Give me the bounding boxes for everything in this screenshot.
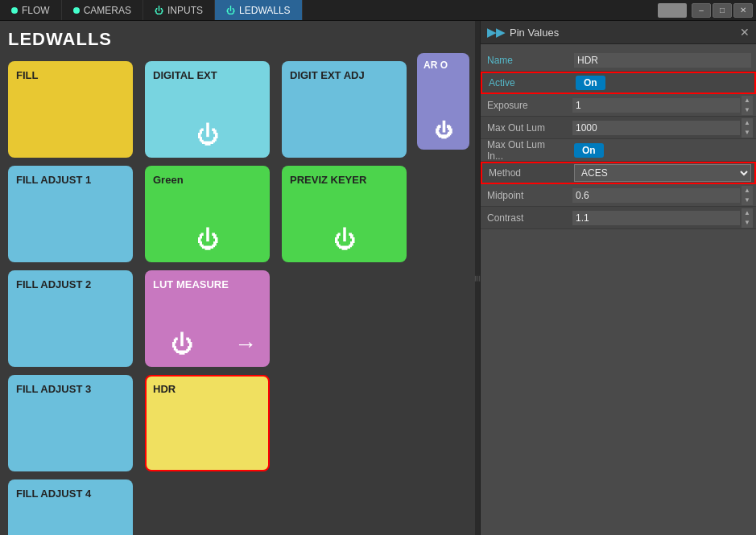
node-fill-label: FILL bbox=[16, 69, 125, 81]
close-button[interactable]: ✕ bbox=[733, 3, 753, 18]
pin-value-method: ACES Reinhard Filmic bbox=[571, 164, 754, 182]
pin-input-midpoint[interactable] bbox=[572, 188, 740, 203]
node-fill[interactable]: FILL bbox=[8, 61, 133, 158]
pin-value-max-out-lum-in: On bbox=[569, 143, 756, 158]
maximize-button[interactable]: □ bbox=[713, 3, 732, 18]
midpoint-down-icon[interactable]: ▼ bbox=[742, 195, 753, 205]
exposure-down-icon[interactable]: ▼ bbox=[742, 105, 753, 115]
pin-row-midpoint: Midpoint ▲ ▼ bbox=[481, 184, 756, 207]
pin-close-button[interactable]: ✕ bbox=[740, 26, 750, 39]
pin-input-contrast[interactable] bbox=[572, 211, 740, 225]
node-previz-keyer-label: PREVIZ KEYER bbox=[290, 174, 399, 186]
nav-ledwalls[interactable]: ⏻ LEDWALLS bbox=[215, 0, 303, 20]
pin-value-exposure: ▲ ▼ bbox=[569, 96, 756, 115]
pin-row-active: Active On bbox=[481, 72, 756, 94]
pin-value-midpoint: ▲ ▼ bbox=[569, 186, 756, 205]
pin-input-max-out-lum[interactable] bbox=[572, 121, 740, 135]
pin-value-active: On bbox=[571, 76, 754, 90]
pin-label-exposure: Exposure bbox=[481, 100, 569, 111]
node-digital-ext-label: DIGITAL EXT bbox=[153, 69, 262, 81]
pin-row-name: Name bbox=[481, 49, 756, 72]
node-fill-adjust-4[interactable]: FILL ADJUST 4 bbox=[8, 479, 133, 535]
ar-card-label: AR O bbox=[423, 60, 448, 71]
cameras-dot-icon bbox=[73, 7, 80, 14]
nav-cameras[interactable]: CAMERAS bbox=[62, 0, 143, 20]
lut-arrow-icon: → bbox=[234, 331, 257, 357]
pin-row-max-out-lum: Max Out Lum ▲ ▼ bbox=[481, 117, 756, 139]
thumbnail bbox=[658, 3, 687, 18]
node-fill-adjust-1-label: FILL ADJUST 1 bbox=[16, 174, 125, 186]
pin-value-name bbox=[569, 53, 756, 68]
max-out-lum-in-toggle-button[interactable]: On bbox=[574, 143, 604, 158]
pin-input-exposure[interactable] bbox=[572, 98, 740, 113]
node-fill-adjust-2[interactable]: FILL ADJUST 2 bbox=[8, 270, 133, 367]
nav-inputs[interactable]: ⏻ INPUTS bbox=[143, 0, 215, 20]
pin-values-panel: ▶▶ Pin Values ✕ Name Active On Exposu bbox=[480, 21, 756, 535]
nav-flow[interactable]: FLOW bbox=[0, 0, 62, 20]
max-out-lum-up-icon[interactable]: ▲ bbox=[742, 118, 753, 128]
flow-dot-icon bbox=[11, 7, 18, 14]
pin-label-max-out-lum-in: Max Out Lum In... bbox=[481, 139, 569, 162]
max-out-lum-spinner[interactable]: ▲ ▼ bbox=[742, 118, 753, 138]
pin-label-active: Active bbox=[482, 77, 571, 88]
pin-label-contrast: Contrast bbox=[481, 212, 569, 224]
node-digit-ext-adj[interactable]: DIGIT EXT ADJ bbox=[282, 61, 407, 158]
contrast-spinner[interactable]: ▲ ▼ bbox=[742, 208, 753, 228]
nav-cameras-label: CAMERAS bbox=[84, 5, 131, 16]
green-power-icon: ⏻ bbox=[196, 226, 219, 253]
pin-label-midpoint: Midpoint bbox=[481, 190, 569, 201]
pin-row-exposure: Exposure ▲ ▼ bbox=[481, 94, 756, 117]
node-lut-measure[interactable]: LUT MEASURE ⏻ → bbox=[145, 270, 270, 367]
node-hdr-label: HDR bbox=[153, 383, 262, 395]
pin-values-title: Pin Values bbox=[510, 27, 559, 39]
pin-input-name[interactable] bbox=[574, 53, 751, 68]
minimize-button[interactable]: – bbox=[692, 3, 711, 18]
ar-card[interactable]: AR O ⏻ bbox=[417, 53, 469, 150]
midpoint-spinner[interactable]: ▲ ▼ bbox=[742, 186, 753, 205]
power-icon: ⏻ bbox=[196, 121, 219, 148]
pin-label-max-out-lum: Max Out Lum bbox=[481, 122, 569, 134]
node-hdr[interactable]: HDR bbox=[145, 375, 270, 471]
pin-label-name: Name bbox=[481, 55, 569, 66]
ledwalls-panel: LEDWALLS FILL DIGITAL EXT ⏻ DIGIT EXT AD… bbox=[0, 21, 475, 535]
pin-row-contrast: Contrast ▲ ▼ bbox=[481, 207, 756, 229]
pin-row-max-out-lum-in: Max Out Lum In... On bbox=[481, 139, 756, 162]
node-previz-keyer[interactable]: PREVIZ KEYER ⏻ bbox=[282, 166, 407, 262]
node-fill-adjust-3[interactable]: FILL ADJUST 3 bbox=[8, 375, 133, 471]
lut-power-icon: ⏻ bbox=[171, 331, 193, 357]
contrast-up-icon[interactable]: ▲ bbox=[742, 208, 753, 218]
node-fill-adjust-3-label: FILL ADJUST 3 bbox=[16, 383, 125, 395]
node-lut-measure-label: LUT MEASURE bbox=[153, 278, 262, 290]
exposure-spinner[interactable]: ▲ ▼ bbox=[742, 96, 753, 115]
pin-value-contrast: ▲ ▼ bbox=[569, 208, 756, 228]
node-fill-adjust-4-label: FILL ADJUST 4 bbox=[16, 488, 125, 500]
active-toggle-button[interactable]: On bbox=[576, 76, 605, 90]
node-digital-ext[interactable]: DIGITAL EXT ⏻ bbox=[145, 61, 270, 158]
pin-value-max-out-lum: ▲ ▼ bbox=[569, 118, 756, 138]
node-green[interactable]: Green ⏻ bbox=[145, 166, 270, 262]
midpoint-up-icon[interactable]: ▲ bbox=[742, 186, 753, 195]
node-fill-adjust-1[interactable]: FILL ADJUST 1 bbox=[8, 166, 133, 262]
window-controls: – □ ✕ bbox=[658, 3, 756, 18]
previz-power-icon: ⏻ bbox=[333, 226, 356, 253]
contrast-down-icon[interactable]: ▼ bbox=[742, 218, 753, 228]
ledwalls-title: LEDWALLS bbox=[8, 29, 467, 50]
method-select[interactable]: ACES Reinhard Filmic bbox=[574, 164, 751, 182]
ledwalls-power-icon: ⏻ bbox=[226, 6, 235, 15]
nav-flow-label: FLOW bbox=[22, 5, 50, 16]
nav-ledwalls-label: LEDWALLS bbox=[239, 5, 291, 16]
ar-power-icon: ⏻ bbox=[435, 121, 452, 142]
pin-values-rows: Name Active On Exposure ▲ ▼ bbox=[481, 44, 756, 234]
topbar: FLOW CAMERAS ⏻ INPUTS ⏻ LEDWALLS – □ ✕ bbox=[0, 0, 756, 21]
node-green-label: Green bbox=[153, 174, 262, 186]
max-out-lum-down-icon[interactable]: ▼ bbox=[742, 128, 753, 138]
nav-inputs-label: INPUTS bbox=[167, 5, 203, 16]
pin-label-method: Method bbox=[482, 167, 571, 179]
exposure-up-icon[interactable]: ▲ bbox=[742, 96, 753, 105]
inputs-power-icon: ⏻ bbox=[155, 6, 163, 15]
main-container: LEDWALLS FILL DIGITAL EXT ⏻ DIGIT EXT AD… bbox=[0, 21, 756, 535]
node-digit-ext-adj-label: DIGIT EXT ADJ bbox=[290, 69, 399, 81]
pin-arrows-icon: ▶▶ bbox=[487, 26, 505, 39]
node-fill-adjust-2-label: FILL ADJUST 2 bbox=[16, 278, 125, 290]
pin-values-header: ▶▶ Pin Values ✕ bbox=[481, 21, 756, 44]
